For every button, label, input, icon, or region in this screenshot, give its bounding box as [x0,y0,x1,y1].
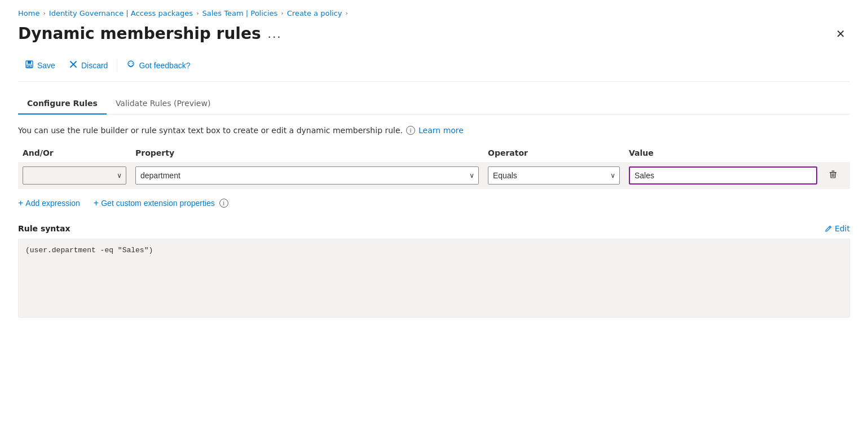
rule-syntax-label: Rule syntax [18,224,71,233]
edit-rule-syntax-button[interactable]: Edit [825,224,850,233]
page-container: Home › Identity Governance | Access pack… [0,0,868,439]
pencil-icon [825,225,832,232]
get-custom-properties-button[interactable]: + Get custom extension properties i [94,198,228,208]
rule-syntax-header: Rule syntax Edit [18,224,850,233]
tabs: Configure Rules Validate Rules (Preview) [18,93,850,115]
save-label: Save [37,61,55,70]
close-button[interactable]: ✕ [831,25,850,43]
feedback-button[interactable]: Got feedback? [120,56,197,74]
svg-point-7 [129,63,130,64]
header-actions [822,148,850,157]
svg-rect-1 [28,61,31,64]
svg-rect-3 [28,66,30,67]
breadcrumb-home[interactable]: Home [18,9,39,17]
learn-more-link[interactable]: Learn more [418,126,464,135]
header-property: Property [131,148,483,157]
delete-cell [822,168,850,183]
property-cell: department accountEnabled city country d… [131,166,483,185]
trash-icon [829,170,838,179]
info-icon: i [406,126,415,135]
toolbar-divider [117,59,117,72]
add-expression-label: Add expression [25,199,80,208]
breadcrumb-chevron-3: › [281,10,283,17]
rule-table: And/Or Property Operator Value And Or ∨ [18,148,850,189]
info-description: You can use the rule builder or rule syn… [18,126,403,135]
custom-properties-info-icon: i [219,199,228,208]
svg-point-6 [128,61,134,67]
and-or-dropdown-wrapper: And Or ∨ [23,166,126,185]
get-custom-label: Get custom extension properties [101,199,215,208]
actions-row: + Add expression + Get custom extension … [18,198,850,208]
rule-table-header: And/Or Property Operator Value [18,148,850,162]
tab-validate-rules[interactable]: Validate Rules (Preview) [107,93,220,115]
get-custom-plus-icon: + [94,198,99,208]
breadcrumb-identity-governance[interactable]: Identity Governance | Access packages [49,9,193,17]
svg-point-8 [132,63,133,64]
property-dropdown-wrapper: department accountEnabled city country d… [135,166,479,185]
breadcrumb-sales-team[interactable]: Sales Team | Policies [202,9,278,17]
rule-syntax-textarea[interactable]: (user.department -eq "Sales") [18,239,850,318]
delete-row-button[interactable] [826,168,840,183]
more-options-button[interactable]: ... [268,28,282,39]
breadcrumb-create-policy[interactable]: Create a policy [287,9,342,17]
discard-button[interactable]: Discard [62,56,114,74]
svg-rect-9 [830,172,836,173]
discard-icon [69,60,78,71]
info-text-row: You can use the rule builder or rule syn… [18,126,850,135]
breadcrumb-chevron-1: › [43,10,45,17]
header-operator: Operator [483,148,624,157]
table-row: And Or ∨ department accountEnabled city … [18,162,850,189]
svg-line-14 [829,227,830,228]
discard-label: Discard [81,61,108,70]
add-expression-plus-icon: + [18,198,23,208]
breadcrumb: Home › Identity Governance | Access pack… [18,9,850,17]
and-or-cell: And Or ∨ [18,166,131,185]
feedback-label: Got feedback? [139,61,190,70]
save-icon [25,60,34,71]
breadcrumb-chevron-4: › [345,10,347,17]
property-select[interactable]: department accountEnabled city country d… [135,166,479,185]
save-button[interactable]: Save [18,56,62,74]
edit-label: Edit [835,224,850,233]
value-cell [624,166,822,185]
page-header-left: Dynamic membership rules ... [18,24,282,43]
value-input[interactable] [629,166,817,185]
and-or-select[interactable]: And Or [23,166,126,185]
tab-configure-rules[interactable]: Configure Rules [18,93,107,115]
rule-syntax-section: Rule syntax Edit (user.department -eq "S… [18,224,850,319]
page-header: Dynamic membership rules ... ✕ [18,24,850,43]
feedback-icon [126,60,135,71]
toolbar: Save Discard Got feedback? [18,56,850,82]
add-expression-button[interactable]: + Add expression [18,198,80,208]
header-value: Value [624,148,822,157]
operator-dropdown-wrapper: Equals Not Equals Contains Not Contains … [488,166,620,185]
svg-rect-10 [832,171,835,172]
header-and-or: And/Or [18,148,131,157]
page-title: Dynamic membership rules [18,24,261,43]
breadcrumb-chevron-2: › [196,10,199,17]
operator-select[interactable]: Equals Not Equals Contains Not Contains … [488,166,620,185]
operator-cell: Equals Not Equals Contains Not Contains … [483,166,624,185]
